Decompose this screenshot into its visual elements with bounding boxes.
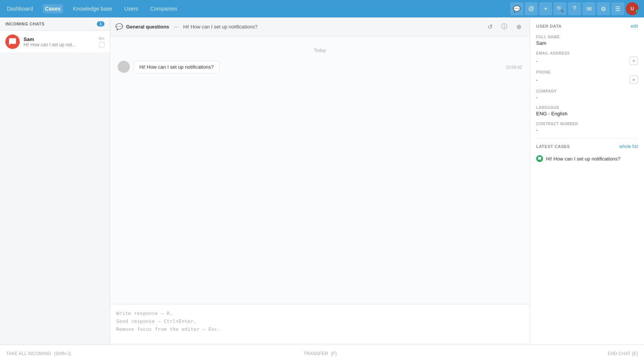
chat-category: General questions bbox=[126, 24, 169, 30]
right-sidebar: USER DATA edit FULL NAME Sam EMAIL ADDRE… bbox=[530, 17, 644, 362]
info-icon-btn[interactable]: ⓘ bbox=[499, 21, 510, 33]
top-navigation: Dashboard Cases Knowledge base Users Com… bbox=[0, 0, 644, 17]
language-label: LANGUAGE bbox=[536, 105, 638, 110]
nav-dashboard[interactable]: Dashboard bbox=[5, 4, 35, 13]
message-icon-btn[interactable]: ✉ bbox=[582, 2, 595, 15]
take-all-incoming-btn[interactable]: TAKE ALL INCOMING (Shift+J) bbox=[6, 351, 71, 356]
left-sidebar: INCOMING CHATS 1 Sam Hi! How can I set u… bbox=[0, 17, 110, 362]
chat-time: 5m bbox=[99, 36, 104, 41]
user-avatar[interactable]: U bbox=[626, 2, 639, 15]
add-phone-btn[interactable]: + bbox=[630, 76, 638, 84]
main-layout: INCOMING CHATS 1 Sam Hi! How can I set u… bbox=[0, 17, 644, 362]
transfer-label: TRANSFER bbox=[303, 351, 328, 356]
chat-list-item[interactable]: Sam Hi! How can I set up not... 5m bbox=[0, 31, 110, 53]
message-row: Hi! How can I set up notifications? 13:5… bbox=[118, 61, 522, 73]
center-chat-panel: 💬 General questions — Hi! How can I set … bbox=[110, 17, 530, 362]
field-contract-number: CONTRACT NUMBER - bbox=[536, 122, 638, 133]
field-phone: PHONE - + bbox=[536, 70, 638, 84]
search-icon-btn[interactable]: 🔍 bbox=[554, 2, 567, 15]
plus-icon-btn[interactable]: + bbox=[539, 2, 552, 15]
chat-info: Sam Hi! How can I set up not... bbox=[24, 36, 95, 47]
bottom-center: TRANSFER (F) bbox=[116, 351, 524, 356]
bottom-right: END CHAT (E) bbox=[524, 351, 638, 356]
sidebar-title: INCOMING CHATS bbox=[5, 22, 44, 26]
company-label: COMPANY bbox=[536, 89, 638, 93]
field-company: COMPANY - bbox=[536, 89, 638, 100]
transfer-shortcut: (F) bbox=[331, 351, 336, 356]
add-person-icon-btn[interactable]: ⊕ bbox=[513, 21, 524, 33]
message-time: 13:58:42 bbox=[506, 65, 522, 69]
case-item[interactable]: Hi! How can I set up notifications? bbox=[536, 154, 638, 164]
phone-value: - bbox=[536, 77, 538, 83]
chat-checkbox[interactable] bbox=[99, 42, 104, 47]
contract-number-label: CONTRACT NUMBER bbox=[536, 122, 638, 126]
user-data-header: USER DATA edit bbox=[536, 24, 638, 29]
bottom-bar: TAKE ALL INCOMING (Shift+J) TRANSFER (F)… bbox=[0, 345, 644, 362]
latest-cases-title: LATEST CASES bbox=[536, 144, 570, 149]
take-all-shortcut: (Shift+J) bbox=[54, 351, 71, 356]
chat-bubble-icon: 💬 bbox=[115, 23, 123, 30]
status-dot bbox=[636, 9, 639, 13]
chat-name: Sam bbox=[24, 36, 95, 42]
user-data-title: USER DATA bbox=[536, 24, 562, 28]
settings-icon-btn[interactable]: ⚙ bbox=[597, 2, 610, 15]
field-language: LANGUAGE ENG - English bbox=[536, 105, 638, 116]
chat-avatar bbox=[5, 35, 20, 49]
history-icon-btn[interactable]: ↺ bbox=[484, 21, 496, 33]
full-name-label: FULL NAME bbox=[536, 35, 638, 39]
chat-preview: Hi! How can I set up not... bbox=[24, 42, 95, 47]
case-text: Hi! How can I set up notifications? bbox=[546, 156, 620, 162]
header-separator: — bbox=[174, 24, 178, 30]
edit-link[interactable]: edit bbox=[631, 24, 638, 29]
latest-cases-header: LATEST CASES whole list bbox=[536, 144, 638, 149]
nav-cases[interactable]: Cases bbox=[43, 4, 63, 13]
case-chat-icon bbox=[536, 155, 543, 162]
add-email-btn[interactable]: + bbox=[630, 57, 638, 65]
language-value: ENG - English bbox=[536, 111, 638, 116]
field-email: EMAIL ADDRESS - + bbox=[536, 51, 638, 65]
contract-number-value: - bbox=[536, 127, 638, 133]
nav-knowledge-base[interactable]: Knowledge base bbox=[71, 4, 115, 13]
message-bubble: Hi! How can I set up notifications? bbox=[134, 61, 219, 73]
date-divider: Today bbox=[118, 48, 522, 53]
reply-textarea[interactable]: Write response — R. Send response — Ctrl… bbox=[110, 304, 530, 342]
nav-right-actions: 💬 @ + 🔍 ? ✉ ⚙ ☰ U bbox=[510, 2, 639, 15]
bottom-left: TAKE ALL INCOMING (Shift+J) bbox=[6, 351, 116, 356]
email-row: - + bbox=[536, 57, 638, 65]
whole-list-link[interactable]: whole list bbox=[619, 144, 638, 149]
nav-companies[interactable]: Companies bbox=[148, 4, 180, 13]
email-value: - bbox=[536, 58, 538, 64]
inbox-icon-btn[interactable]: ☰ bbox=[611, 2, 624, 15]
company-value: - bbox=[536, 94, 638, 100]
chat-icon-btn[interactable]: 💬 bbox=[510, 2, 523, 15]
nav-users[interactable]: Users bbox=[122, 4, 140, 13]
sidebar-header: INCOMING CHATS 1 bbox=[0, 17, 110, 31]
incoming-count-badge: 1 bbox=[97, 21, 104, 27]
chat-header: 💬 General questions — Hi! How can I set … bbox=[110, 17, 530, 36]
email-label: EMAIL ADDRESS bbox=[536, 51, 638, 55]
chat-header-actions: ↺ ⓘ ⊕ bbox=[484, 21, 524, 33]
full-name-value: Sam bbox=[536, 40, 638, 46]
messages-area[interactable]: Today Hi! How can I set up notifications… bbox=[110, 36, 530, 304]
end-chat-btn[interactable]: END CHAT (E) bbox=[608, 351, 638, 356]
take-all-label: TAKE ALL INCOMING bbox=[6, 351, 51, 356]
phone-row: - + bbox=[536, 76, 638, 84]
bottom-bar-inner: TAKE ALL INCOMING (Shift+J) TRANSFER (F)… bbox=[6, 351, 638, 356]
email-icon-btn[interactable]: @ bbox=[525, 2, 538, 15]
chat-meta: 5m bbox=[99, 36, 104, 47]
section-divider bbox=[536, 138, 638, 139]
message-user-avatar bbox=[118, 61, 130, 73]
header-message-preview: Hi! How can I set up notifications? bbox=[183, 24, 257, 30]
field-full-name: FULL NAME Sam bbox=[536, 35, 638, 46]
phone-label: PHONE bbox=[536, 70, 638, 74]
help-icon-btn[interactable]: ? bbox=[568, 2, 581, 15]
transfer-btn[interactable]: TRANSFER (F) bbox=[303, 351, 336, 356]
